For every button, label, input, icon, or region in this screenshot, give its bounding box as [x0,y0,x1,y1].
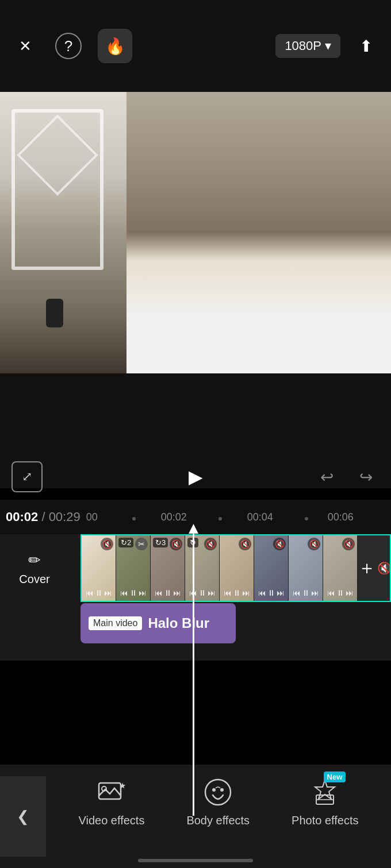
strip-frame-7: 🔇 ⏮ ⏸ ⏭ [289,535,323,601]
export-icon: ⬆ [359,37,373,56]
strip-controls-4: ⏮ ⏸ ⏭ [185,588,219,597]
strip-frame-1: 🔇 ⏮ ⏸ ⏭ [82,535,116,601]
redo-icon: ↪ [359,468,373,487]
video-preview [0,92,391,373]
strip-badge-3: ↻3 [153,538,168,547]
svg-point-4 [212,788,216,792]
quality-selector[interactable]: 1080P ▾ [275,34,340,58]
expand-button[interactable]: ⤢ [12,461,43,492]
toolbar-item-body-effects[interactable]: Body effects [186,776,250,827]
ruler-label-2: 00:04 [247,511,273,523]
undo-icon: ↩ [320,468,334,487]
back-icon: ❮ [17,808,29,825]
toolbar-item-photo-effects[interactable]: New Photo effects [292,776,358,827]
back-button[interactable]: ❮ [0,776,46,857]
cover-text: Cover [19,573,49,586]
top-bar-right: 1080P ▾ ⬆ [275,32,379,60]
time-display: 00:02 / 00:29 [6,510,80,524]
expand-icon: ⤢ [22,469,32,484]
mute-icon-6: 🔇 [273,538,286,550]
top-bar: ✕ ? 🔥 1080P ▾ ⬆ [0,0,391,92]
strip-controls-8: ⏮ ⏸ ⏭ [323,588,357,597]
strip-controls-5: ⏮ ⏸ ⏭ [220,588,254,597]
mute-icon-5: 🔇 [239,538,251,550]
strip-frame-4: ↻ 🔇 ⏮ ⏸ ⏭ [185,535,220,601]
current-time: 00:02 [6,510,38,524]
ruler-bar[interactable]: 00 00:02 00:04 00:06 [86,500,385,534]
mute-icon-2: ✂ [135,538,148,550]
playhead[interactable] [193,528,194,816]
flame-button[interactable]: 🔥 [98,29,132,63]
strip-frame-6: 🔇 ⏮ ⏸ ⏭ [254,535,289,601]
audio-icon: 🔇 [377,561,391,575]
video-effects-label: Video effects [79,814,145,827]
mute-icon-4: 🔇 [204,538,217,550]
strip-controls-1: ⏮ ⏸ ⏭ [82,588,116,597]
body-effects-icon [202,776,234,808]
new-badge: New [324,771,346,782]
strip-frame-5: 🔇 ⏮ ⏸ ⏭ [220,535,254,601]
close-button[interactable]: ✕ [12,32,39,60]
time-separator: / [38,510,48,524]
toolbar-items: Video effects Body effects New [46,776,391,827]
video-frame [0,92,391,373]
add-clip-button[interactable]: ＋ 🔇 [358,535,391,601]
export-button[interactable]: ⬆ [352,32,379,60]
ruler-dot-1 [132,517,136,520]
main-video-badge: Main video [89,616,142,630]
controls-bar: ⤢ ▶ ↩ ↪ [0,454,391,500]
ruler-dot-3 [305,517,308,520]
chevron-down-icon: ▾ [325,38,331,53]
halo-blur-label: Halo Blur [148,615,209,631]
top-bar-left: ✕ ? 🔥 [12,29,132,63]
ruler-label-0: 00 [86,511,98,523]
bottom-toolbar: ❮ Video effects [0,765,391,868]
ruler-dot-2 [218,517,222,520]
strip-controls-3: ⏮ ⏸ ⏭ [151,588,185,597]
flame-icon: 🔥 [105,37,125,56]
video-person-area [126,92,391,373]
ruler-label-3: 00:06 [328,511,354,523]
mute-icon-7: 🔇 [308,538,320,550]
strip-controls-7: ⏮ ⏸ ⏭ [289,588,323,597]
play-button[interactable]: ▶ [177,458,214,495]
mute-icon-1: 🔇 [101,538,113,550]
expand-control: ⤢ [12,461,43,492]
video-effects-icon [95,776,128,808]
video-effects-svg [97,778,126,807]
body-effects-svg [204,778,232,807]
strip-controls-6: ⏮ ⏸ ⏭ [254,588,288,597]
svg-point-3 [205,780,231,805]
add-icon: ＋ [358,555,376,581]
body-effects-label: Body effects [186,814,250,827]
photo-effects-label: Photo effects [292,814,358,827]
redo-button[interactable]: ↪ [352,463,379,491]
cover-edit-icon: ✏ [28,551,41,569]
mute-icon-3: 🔇 [170,538,182,550]
photo-effects-icon: New [309,776,341,808]
strip-controls-2: ⏮ ⏸ ⏭ [116,588,150,597]
strip-badge-2: ↻2 [118,538,133,547]
svg-point-5 [220,788,224,792]
home-indicator [138,859,253,862]
toolbar-item-video-effects[interactable]: Video effects [79,776,145,827]
help-button[interactable]: ? [55,33,82,59]
ruler-label-1: 00:02 [161,511,187,523]
strip-frame-8: 🔇 ⏮ ⏸ ⏭ [323,535,358,601]
halo-blur-track[interactable]: Main video Halo Blur [80,603,236,643]
strip-frame-2: ↻2 ✂ ⏮ ⏸ ⏭ [116,535,151,601]
strip-frame-3: ↻3 🔇 ⏮ ⏸ ⏭ [151,535,185,601]
play-icon: ▶ [189,466,203,488]
mute-icon-8: 🔇 [342,538,355,550]
total-time: 00:29 [49,510,80,524]
undo-redo-controls: ↩ ↪ [313,463,379,491]
lantern-decor [46,299,63,327]
undo-button[interactable]: ↩ [313,463,340,491]
track-area: ✏ Cover 🔇 ⏮ ⏸ ⏭ ↻2 ✂ ⏮ ⏸ ⏭ ↻3 🔇 ⏮ [0,534,391,661]
video-strip[interactable]: 🔇 ⏮ ⏸ ⏭ ↻2 ✂ ⏮ ⏸ ⏭ ↻3 🔇 ⏮ ⏸ ⏭ [80,534,391,602]
cover-label[interactable]: ✏ Cover [0,534,69,603]
